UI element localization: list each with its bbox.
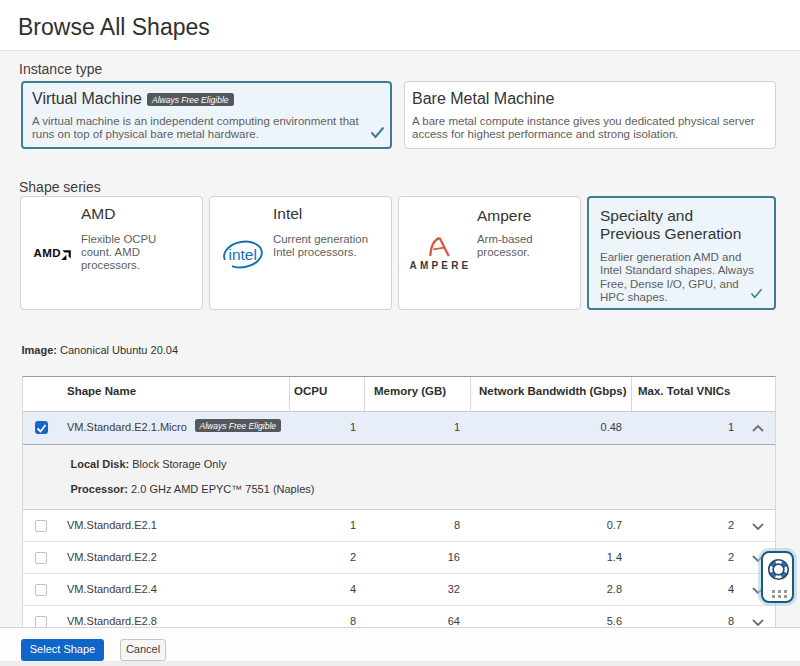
svg-text:intel: intel: [229, 246, 257, 263]
